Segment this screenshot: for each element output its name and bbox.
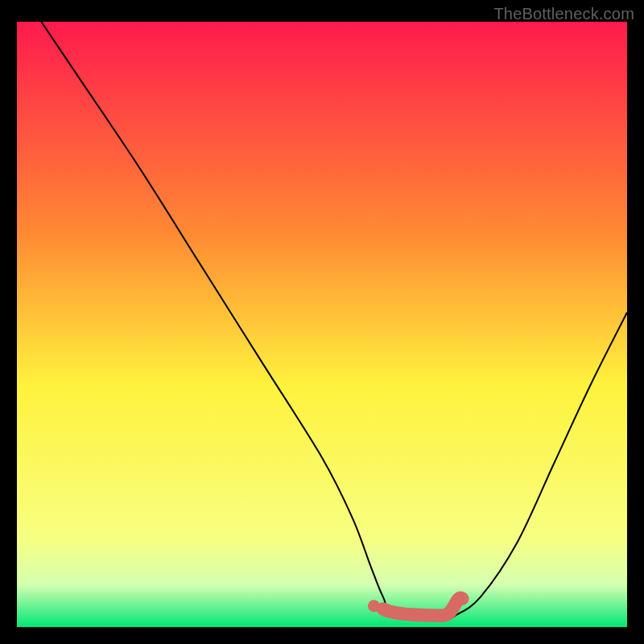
chart-svg bbox=[17, 22, 627, 627]
gradient-background bbox=[17, 22, 627, 627]
plot-area bbox=[17, 22, 627, 627]
watermark-text: TheBottleneck.com bbox=[493, 5, 634, 23]
chart-frame: TheBottleneck.com bbox=[0, 0, 644, 644]
optimal-point-marker bbox=[368, 600, 380, 612]
